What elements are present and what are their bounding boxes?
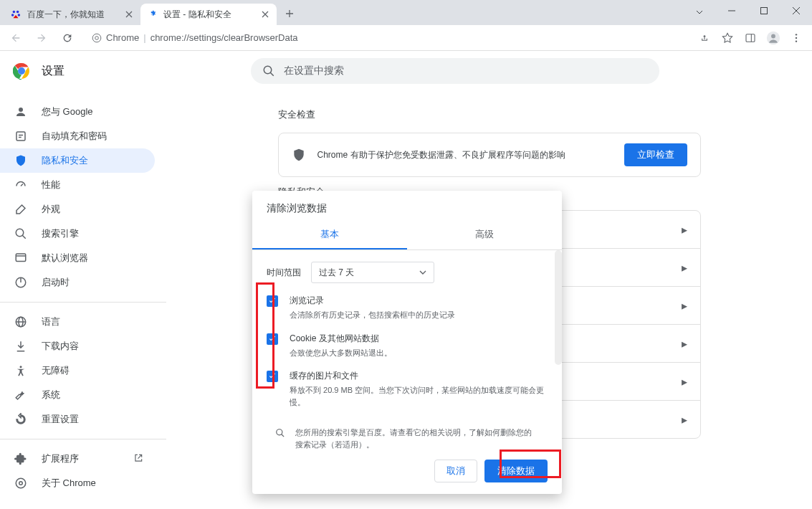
option-title: Cookie 及其他网站数据 — [290, 333, 548, 345]
svg-point-18 — [264, 66, 272, 74]
svg-line-43 — [282, 434, 284, 437]
side-panel-icon[interactable] — [740, 28, 760, 48]
svg-point-2 — [11, 14, 14, 16]
option-title: 缓存的图片和文件 — [290, 370, 548, 382]
search-icon — [262, 65, 275, 77]
window-restore-down-icon[interactable] — [683, 0, 715, 22]
checkbox-checked[interactable] — [267, 295, 278, 307]
dialog-tabs: 基本 高级 — [252, 221, 562, 250]
browser-titlebar: 百度一下，你就知道 设置 - 隐私和安全 — [0, 0, 812, 25]
tab-title: 百度一下，你就知道 — [27, 9, 123, 21]
svg-point-0 — [13, 11, 16, 14]
chevron-down-icon — [419, 269, 426, 276]
search-placeholder: 在设置中搜索 — [284, 65, 344, 77]
browser-tab-baidu[interactable]: 百度一下，你就知道 — [4, 4, 140, 25]
svg-point-42 — [277, 429, 282, 435]
option-desc: 会清除所有历史记录，包括搜索框中的历史记录 — [290, 309, 548, 321]
svg-point-13 — [796, 37, 797, 38]
chrome-logo-icon — [13, 62, 30, 80]
dialog-body: 时间范围 过去 7 天 浏览记录会清除所有历史记录，包括搜索框中的历史记录 Co… — [252, 250, 562, 451]
tab-basic[interactable]: 基本 — [252, 221, 407, 249]
svg-point-12 — [796, 34, 797, 35]
tab-advanced[interactable]: 高级 — [407, 221, 562, 249]
option-cookies[interactable]: Cookie 及其他网站数据会致使您从大多数网站退出。 — [267, 333, 548, 359]
option-desc: 会致使您从大多数网站退出。 — [290, 347, 548, 359]
clear-browsing-data-dialog: 清除浏览数据 基本 高级 时间范围 过去 7 天 浏览记录会清除所有历史记录，包… — [252, 191, 562, 494]
svg-rect-5 — [760, 8, 767, 14]
settings-title: 设置 — [42, 64, 65, 79]
chrome-icon — [92, 33, 102, 43]
svg-rect-8 — [746, 34, 755, 42]
clear-data-button[interactable]: 清除数据 — [484, 460, 548, 482]
window-close-icon[interactable] — [780, 0, 812, 22]
time-range-dropdown[interactable]: 过去 7 天 — [311, 262, 434, 283]
close-icon[interactable] — [123, 9, 135, 20]
svg-point-3 — [18, 14, 21, 16]
window-controls — [683, 0, 812, 22]
window-minimize-icon[interactable] — [715, 0, 747, 22]
svg-point-6 — [92, 34, 101, 42]
scrollbar-handle[interactable] — [555, 250, 562, 365]
dialog-title: 清除浏览数据 — [252, 191, 562, 221]
omnibox-url: chrome://settings/clearBrowserData — [151, 32, 298, 43]
profile-avatar-icon[interactable] — [763, 28, 783, 48]
info-text: 您所用的搜索引擎是百度。请查看它的相关说明，了解如何删除您的搜索记录（若适用）。 — [295, 427, 539, 450]
search-icon — [275, 427, 285, 439]
forward-button[interactable] — [32, 28, 52, 48]
checkbox-checked[interactable] — [267, 333, 278, 345]
time-range-label: 时间范围 — [267, 267, 301, 279]
tab-title: 设置 - 隐私和安全 — [163, 9, 259, 21]
option-desc: 释放不到 20.9 MB 空间。当您下次访问时，某些网站的加载速度可能会更慢。 — [290, 384, 548, 408]
share-icon[interactable] — [694, 28, 715, 48]
settings-header: 设置 在设置中搜索 — [0, 51, 812, 91]
window-maximize-icon[interactable] — [747, 0, 780, 22]
option-title: 浏览记录 — [290, 295, 548, 307]
back-button[interactable] — [6, 28, 26, 48]
close-icon[interactable] — [259, 9, 271, 20]
svg-point-1 — [16, 11, 19, 14]
new-tab-button[interactable] — [280, 4, 300, 24]
reload-button[interactable] — [57, 28, 77, 48]
time-range-value: 过去 7 天 — [319, 267, 354, 279]
bookmark-star-icon[interactable] — [717, 28, 737, 48]
browser-tab-settings[interactable]: 设置 - 隐私和安全 — [140, 4, 277, 25]
svg-point-11 — [771, 34, 775, 38]
checkbox-checked[interactable] — [267, 371, 278, 382]
svg-point-17 — [19, 68, 24, 74]
info-box: 您所用的搜索引擎是百度。请查看它的相关说明，了解如何删除您的搜索记录（若适用）。 — [267, 419, 548, 451]
settings-search-input[interactable]: 在设置中搜索 — [251, 58, 659, 84]
browser-toolbar: Chrome | chrome://settings/clearBrowserD… — [0, 25, 812, 51]
gear-icon — [146, 9, 158, 20]
dialog-footer: 取消 清除数据 — [252, 451, 562, 494]
omnibox-vendor: Chrome — [106, 32, 139, 43]
kebab-menu-icon[interactable] — [786, 28, 806, 48]
cancel-button[interactable]: 取消 — [434, 460, 477, 482]
svg-point-14 — [796, 40, 797, 42]
svg-point-7 — [95, 36, 99, 39]
option-browsing-history[interactable]: 浏览记录会清除所有历史记录，包括搜索框中的历史记录 — [267, 295, 548, 321]
baidu-favicon-icon — [10, 9, 22, 20]
address-bar[interactable]: Chrome | chrome://settings/clearBrowserD… — [83, 28, 689, 48]
option-cached-images[interactable]: 缓存的图片和文件释放不到 20.9 MB 空间。当您下次访问时，某些网站的加载速… — [267, 370, 548, 408]
svg-line-19 — [270, 72, 274, 76]
